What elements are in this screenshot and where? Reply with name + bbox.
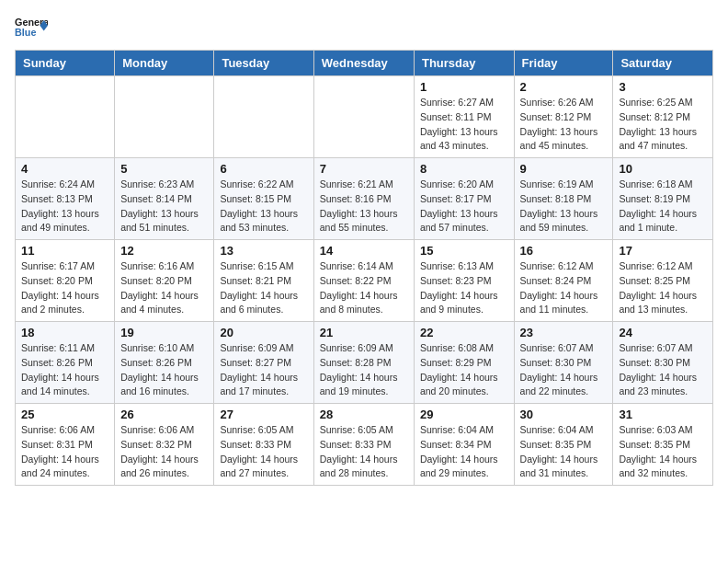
day-detail: Sunrise: 6:11 AM Sunset: 8:26 PM Dayligh… <box>21 341 108 399</box>
calendar-cell: 30Sunrise: 6:04 AM Sunset: 8:35 PM Dayli… <box>514 404 613 486</box>
calendar-cell: 4Sunrise: 6:24 AM Sunset: 8:13 PM Daylig… <box>16 158 115 240</box>
calendar-cell: 28Sunrise: 6:05 AM Sunset: 8:33 PM Dayli… <box>313 404 414 486</box>
svg-text:Blue: Blue <box>15 27 36 38</box>
day-detail: Sunrise: 6:12 AM Sunset: 8:24 PM Dayligh… <box>520 259 608 317</box>
logo: General Blue <box>15 15 48 40</box>
day-detail: Sunrise: 6:03 AM Sunset: 8:35 PM Dayligh… <box>619 423 707 481</box>
day-number: 22 <box>420 326 508 339</box>
day-number: 30 <box>520 408 608 421</box>
day-number: 5 <box>120 162 208 176</box>
calendar-cell: 26Sunrise: 6:06 AM Sunset: 8:32 PM Dayli… <box>115 404 214 486</box>
day-header-tuesday: Tuesday <box>214 51 313 76</box>
calendar-cell <box>16 76 115 158</box>
calendar-cell: 19Sunrise: 6:10 AM Sunset: 8:26 PM Dayli… <box>115 322 214 404</box>
calendar-cell: 7Sunrise: 6:21 AM Sunset: 8:16 PM Daylig… <box>313 158 414 240</box>
day-detail: Sunrise: 6:05 AM Sunset: 8:33 PM Dayligh… <box>320 423 408 481</box>
day-detail: Sunrise: 6:16 AM Sunset: 8:20 PM Dayligh… <box>120 259 208 317</box>
calendar-cell: 25Sunrise: 6:06 AM Sunset: 8:31 PM Dayli… <box>16 404 115 486</box>
day-number: 1 <box>420 80 508 94</box>
day-number: 13 <box>220 244 307 258</box>
day-detail: Sunrise: 6:04 AM Sunset: 8:34 PM Dayligh… <box>420 423 508 481</box>
day-detail: Sunrise: 6:17 AM Sunset: 8:20 PM Dayligh… <box>21 259 108 317</box>
day-detail: Sunrise: 6:25 AM Sunset: 8:12 PM Dayligh… <box>619 96 707 154</box>
calendar-body: 1Sunrise: 6:27 AM Sunset: 8:11 PM Daylig… <box>16 76 713 486</box>
calendar-week-1: 1Sunrise: 6:27 AM Sunset: 8:11 PM Daylig… <box>16 76 713 158</box>
day-detail: Sunrise: 6:19 AM Sunset: 8:18 PM Dayligh… <box>520 178 608 236</box>
day-number: 20 <box>220 326 307 339</box>
calendar-cell: 10Sunrise: 6:18 AM Sunset: 8:19 PM Dayli… <box>613 158 713 240</box>
calendar-cell: 21Sunrise: 6:09 AM Sunset: 8:28 PM Dayli… <box>313 322 414 404</box>
day-detail: Sunrise: 6:14 AM Sunset: 8:22 PM Dayligh… <box>320 259 408 317</box>
day-number: 26 <box>120 408 208 421</box>
page-header: General Blue <box>15 15 713 40</box>
day-number: 12 <box>120 244 208 258</box>
day-header-wednesday: Wednesday <box>313 51 414 76</box>
calendar-week-4: 18Sunrise: 6:11 AM Sunset: 8:26 PM Dayli… <box>16 322 713 404</box>
calendar-cell <box>214 76 313 158</box>
day-number: 11 <box>21 244 108 258</box>
calendar-cell: 6Sunrise: 6:22 AM Sunset: 8:15 PM Daylig… <box>214 158 313 240</box>
day-detail: Sunrise: 6:09 AM Sunset: 8:27 PM Dayligh… <box>220 341 307 399</box>
calendar-cell: 9Sunrise: 6:19 AM Sunset: 8:18 PM Daylig… <box>514 158 613 240</box>
day-detail: Sunrise: 6:10 AM Sunset: 8:26 PM Dayligh… <box>120 341 208 399</box>
day-number: 9 <box>520 162 608 176</box>
calendar-cell: 12Sunrise: 6:16 AM Sunset: 8:20 PM Dayli… <box>115 240 214 322</box>
calendar-cell: 29Sunrise: 6:04 AM Sunset: 8:34 PM Dayli… <box>414 404 514 486</box>
day-number: 14 <box>320 244 408 258</box>
calendar-cell: 23Sunrise: 6:07 AM Sunset: 8:30 PM Dayli… <box>514 322 613 404</box>
day-detail: Sunrise: 6:08 AM Sunset: 8:29 PM Dayligh… <box>420 341 508 399</box>
calendar-cell: 1Sunrise: 6:27 AM Sunset: 8:11 PM Daylig… <box>414 76 514 158</box>
calendar-cell: 22Sunrise: 6:08 AM Sunset: 8:29 PM Dayli… <box>414 322 514 404</box>
day-detail: Sunrise: 6:23 AM Sunset: 8:14 PM Dayligh… <box>120 178 208 236</box>
calendar-cell: 24Sunrise: 6:07 AM Sunset: 8:30 PM Dayli… <box>613 322 713 404</box>
generalblue-logo-icon: General Blue <box>15 15 48 40</box>
day-header-thursday: Thursday <box>414 51 514 76</box>
day-number: 4 <box>21 162 108 176</box>
day-number: 21 <box>320 326 408 339</box>
day-number: 24 <box>619 326 707 339</box>
calendar-week-2: 4Sunrise: 6:24 AM Sunset: 8:13 PM Daylig… <box>16 158 713 240</box>
calendar-cell: 16Sunrise: 6:12 AM Sunset: 8:24 PM Dayli… <box>514 240 613 322</box>
day-number: 15 <box>420 244 508 258</box>
day-number: 6 <box>220 162 307 176</box>
calendar-cell <box>313 76 414 158</box>
day-number: 3 <box>619 80 707 94</box>
calendar-cell: 3Sunrise: 6:25 AM Sunset: 8:12 PM Daylig… <box>613 76 713 158</box>
calendar-cell: 20Sunrise: 6:09 AM Sunset: 8:27 PM Dayli… <box>214 322 313 404</box>
calendar-cell: 17Sunrise: 6:12 AM Sunset: 8:25 PM Dayli… <box>613 240 713 322</box>
calendar-cell: 5Sunrise: 6:23 AM Sunset: 8:14 PM Daylig… <box>115 158 214 240</box>
calendar-week-5: 25Sunrise: 6:06 AM Sunset: 8:31 PM Dayli… <box>16 404 713 486</box>
day-detail: Sunrise: 6:26 AM Sunset: 8:12 PM Dayligh… <box>520 96 608 154</box>
calendar-cell: 2Sunrise: 6:26 AM Sunset: 8:12 PM Daylig… <box>514 76 613 158</box>
day-detail: Sunrise: 6:07 AM Sunset: 8:30 PM Dayligh… <box>520 341 608 399</box>
calendar-cell <box>115 76 214 158</box>
day-number: 23 <box>520 326 608 339</box>
day-number: 19 <box>120 326 208 339</box>
day-detail: Sunrise: 6:05 AM Sunset: 8:33 PM Dayligh… <box>220 423 307 481</box>
day-number: 18 <box>21 326 108 339</box>
day-header-sunday: Sunday <box>16 51 115 76</box>
day-detail: Sunrise: 6:18 AM Sunset: 8:19 PM Dayligh… <box>619 178 707 236</box>
calendar-cell: 27Sunrise: 6:05 AM Sunset: 8:33 PM Dayli… <box>214 404 313 486</box>
calendar-cell: 13Sunrise: 6:15 AM Sunset: 8:21 PM Dayli… <box>214 240 313 322</box>
day-detail: Sunrise: 6:04 AM Sunset: 8:35 PM Dayligh… <box>520 423 608 481</box>
day-number: 25 <box>21 408 108 421</box>
day-number: 27 <box>220 408 307 421</box>
day-number: 17 <box>619 244 707 258</box>
day-detail: Sunrise: 6:21 AM Sunset: 8:16 PM Dayligh… <box>320 178 408 236</box>
day-detail: Sunrise: 6:24 AM Sunset: 8:13 PM Dayligh… <box>21 178 108 236</box>
day-number: 10 <box>619 162 707 176</box>
calendar-cell: 18Sunrise: 6:11 AM Sunset: 8:26 PM Dayli… <box>16 322 115 404</box>
day-detail: Sunrise: 6:07 AM Sunset: 8:30 PM Dayligh… <box>619 341 707 399</box>
day-detail: Sunrise: 6:27 AM Sunset: 8:11 PM Dayligh… <box>420 96 508 154</box>
day-detail: Sunrise: 6:06 AM Sunset: 8:32 PM Dayligh… <box>120 423 208 481</box>
day-header-saturday: Saturday <box>613 51 713 76</box>
calendar-cell: 15Sunrise: 6:13 AM Sunset: 8:23 PM Dayli… <box>414 240 514 322</box>
calendar-cell: 14Sunrise: 6:14 AM Sunset: 8:22 PM Dayli… <box>313 240 414 322</box>
day-header-friday: Friday <box>514 51 613 76</box>
day-detail: Sunrise: 6:06 AM Sunset: 8:31 PM Dayligh… <box>21 423 108 481</box>
day-number: 8 <box>420 162 508 176</box>
day-detail: Sunrise: 6:09 AM Sunset: 8:28 PM Dayligh… <box>320 341 408 399</box>
day-header-monday: Monday <box>115 51 214 76</box>
day-detail: Sunrise: 6:15 AM Sunset: 8:21 PM Dayligh… <box>220 259 307 317</box>
